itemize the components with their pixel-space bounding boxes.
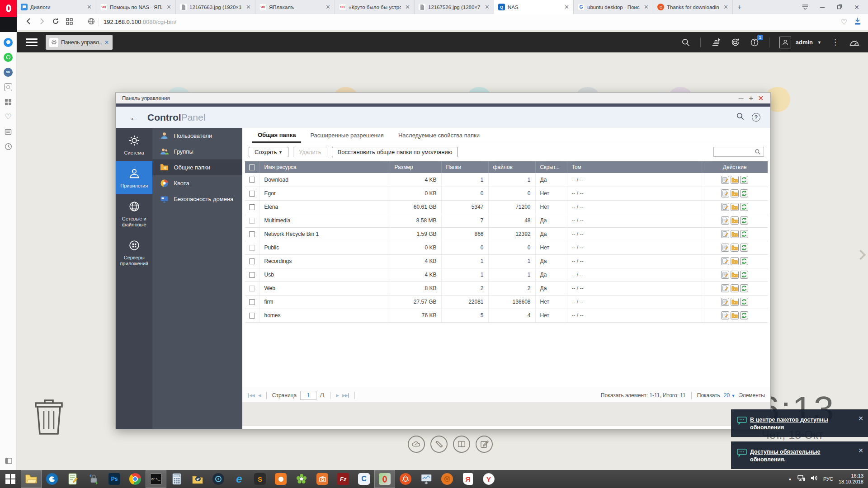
tray-clock[interactable]: 16:13 18.10.2018 [839, 473, 863, 485]
opera-menu-button[interactable] [0, 0, 17, 17]
notification-link[interactable]: Доступны обязательные обновления. [750, 447, 855, 464]
notification-close-icon[interactable]: ✕ [858, 447, 863, 464]
user-menu[interactable]: admin ▼ [779, 37, 821, 48]
row-checkbox[interactable] [249, 258, 255, 264]
speed-dial-icon[interactable] [4, 97, 13, 107]
messenger-icon[interactable] [4, 38, 13, 47]
table-search-input[interactable] [714, 148, 755, 156]
refresh-share-icon[interactable] [740, 257, 748, 265]
tray-expand-icon[interactable]: ▲ [788, 477, 792, 481]
browser-tab-7[interactable]: Gubuntu desktop - Поиск✕ [574, 0, 653, 14]
history-icon[interactable] [4, 142, 13, 151]
row-checkbox[interactable] [249, 313, 255, 319]
downloads-icon[interactable] [854, 17, 862, 28]
tab-close-icon[interactable]: ✕ [483, 4, 491, 10]
first-page-icon[interactable]: ◀◀ [248, 393, 255, 398]
taskbar-icq[interactable] [291, 470, 312, 488]
bookmark-heart-icon[interactable]: ♡ [841, 18, 847, 26]
tab-close-icon[interactable]: ✕ [245, 4, 252, 10]
nas-tab-close-icon[interactable]: ✕ [104, 39, 109, 46]
taskbar-system-monitor[interactable] [416, 470, 437, 488]
taskbar-daemon-tools[interactable] [208, 470, 229, 488]
taskbar-yandex[interactable]: Я [458, 470, 478, 488]
reload-icon[interactable] [49, 18, 62, 26]
compose-icon[interactable] [476, 436, 493, 453]
create-button[interactable]: Создать ▼ [249, 147, 288, 157]
new-tab-button[interactable]: + [733, 0, 746, 14]
browser-tab-3[interactable]: ЯПЯПлакалъ✕ [255, 0, 335, 14]
back-arrow-icon[interactable]: ← [129, 112, 139, 123]
whatsapp-icon[interactable] [4, 52, 13, 62]
page-size-select[interactable]: 20 ▼ [724, 392, 736, 399]
vk-icon[interactable]: VK [4, 67, 13, 77]
tab-close-icon[interactable]: ✕ [642, 4, 650, 10]
edit-properties-icon[interactable] [721, 271, 729, 279]
nas-open-app-tab[interactable]: Панель управл... ✕ [46, 35, 113, 50]
taskbar-screenshot-tool[interactable] [270, 470, 291, 488]
delete-button[interactable]: Удалить [293, 147, 327, 157]
notification-link[interactable]: В центре пакетов доступны обновления [750, 415, 855, 432]
row-checkbox[interactable] [249, 299, 255, 305]
table-search-box[interactable] [713, 147, 764, 157]
edit-permissions-icon[interactable] [731, 257, 739, 265]
edit-properties-icon[interactable] [721, 230, 729, 238]
tab-close-icon[interactable]: ✕ [85, 4, 93, 10]
dashboard-gauge-icon[interactable] [849, 38, 860, 47]
browser-tab-6[interactable]: QNAS✕ [494, 0, 574, 14]
language-indicator[interactable]: РУС [823, 476, 833, 482]
edit-permissions-icon[interactable] [731, 203, 739, 211]
menu-user-group[interactable]: Группы [152, 144, 242, 160]
edit-properties-icon[interactable] [721, 298, 729, 306]
cloud-link-icon[interactable] [408, 436, 425, 453]
edit-permissions-icon[interactable] [731, 230, 739, 238]
address-bar[interactable]: 192.168.0.100:8080/cgi-bin/ [81, 16, 841, 28]
edit-properties-icon[interactable] [721, 257, 729, 265]
taskbar-folder-mail[interactable] [187, 470, 208, 488]
row-checkbox[interactable] [249, 218, 255, 224]
prev-page-icon[interactable]: ◀ [258, 393, 261, 398]
taskbar-cleaner[interactable]: C [354, 470, 374, 488]
window-minimize-icon[interactable]: ─ [736, 94, 746, 102]
browser-tab-8[interactable]: Thanks for downloading✕ [653, 0, 733, 14]
content-tab-0[interactable]: Общая папка [252, 128, 301, 143]
tools-icon[interactable] [430, 436, 448, 453]
taskbar-opera[interactable] [374, 470, 395, 488]
help-icon[interactable]: ? [752, 113, 760, 122]
refresh-share-icon[interactable] [740, 176, 748, 184]
taskbar-notepad-plus[interactable] [62, 470, 83, 488]
nav-gear[interactable]: Система [116, 128, 152, 161]
news-icon[interactable] [4, 127, 13, 136]
notification-close-icon[interactable]: ✕ [858, 415, 863, 432]
browser-tab-5[interactable]: 12167526.jpg (1280×72✕ [415, 0, 494, 14]
browser-tab-0[interactable]: Диалоги✕ [17, 0, 96, 14]
refresh-share-icon[interactable] [740, 244, 748, 252]
edit-permissions-icon[interactable] [731, 284, 739, 292]
refresh-share-icon[interactable] [740, 189, 748, 197]
minimize-icon[interactable]: ─ [815, 4, 830, 11]
side-panel-chevron-icon[interactable] [856, 250, 866, 260]
taskbar-chrome[interactable] [125, 470, 146, 488]
edit-permissions-icon[interactable] [731, 189, 739, 197]
tab-close-icon[interactable]: ✕ [324, 4, 332, 10]
refresh-share-icon[interactable] [740, 298, 748, 306]
external-device-icon[interactable] [731, 38, 740, 47]
bookmarks-heart-icon[interactable]: ♡ [4, 112, 13, 122]
refresh-share-icon[interactable] [740, 230, 748, 238]
nav-user[interactable]: Привилегия [116, 161, 152, 194]
edit-properties-icon[interactable] [721, 311, 729, 319]
taskbar-media-player[interactable] [437, 470, 458, 488]
back-icon[interactable] [22, 18, 35, 26]
restore-icon[interactable] [832, 4, 847, 11]
edit-properties-icon[interactable] [721, 189, 729, 197]
edit-permissions-icon[interactable] [731, 311, 739, 319]
refresh-share-icon[interactable] [740, 284, 748, 292]
page-input[interactable] [300, 391, 316, 400]
taskbar-cmd[interactable]: C:\_ [146, 470, 166, 488]
tab-search-icon[interactable] [797, 4, 813, 11]
browser-tab-2[interactable]: 12167663.jpg (1920×108✕ [176, 0, 255, 14]
volume-icon[interactable] [811, 475, 818, 483]
browser-tab-4[interactable]: ЯП«Круто было бы устрои✕ [335, 0, 415, 14]
window-maximize-icon[interactable]: ＋ [746, 94, 756, 103]
row-checkbox[interactable] [249, 272, 255, 278]
content-tab-1[interactable]: Расширенные разрешения [305, 128, 389, 143]
